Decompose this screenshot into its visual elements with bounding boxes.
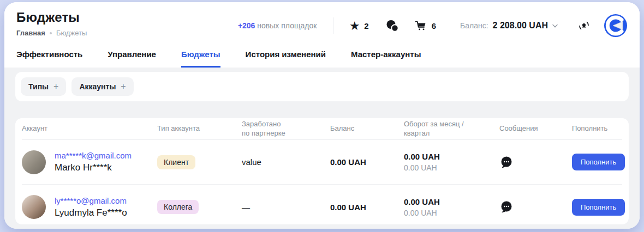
favorites-count: 2 — [364, 21, 368, 30]
plus-icon: + — [121, 82, 126, 91]
tab-master-accounts[interactable]: Мастер-аккаунты — [351, 50, 421, 68]
account-avatar-logo[interactable] — [604, 14, 628, 38]
turnover-month: 0.00 UAH — [404, 152, 499, 161]
earned-value: — — [242, 203, 330, 212]
account-email-link[interactable]: ly*****o@gmail.com — [55, 196, 127, 205]
speech-bubble-icon — [499, 200, 514, 214]
cart-icon — [415, 20, 427, 32]
app-window: Бюджеты Главная Бюджеты +206 новых площа… — [4, 2, 640, 229]
tab-budgets[interactable]: Бюджеты — [181, 50, 220, 68]
chat-bubbles-icon — [385, 19, 398, 32]
balance-value: 2 208.00 UAH — [493, 21, 548, 30]
accounts-table: Аккаунт Тип аккаунта Заработано по партн… — [15, 118, 629, 224]
filter-bar: Типы + Аккаунты + — [15, 72, 629, 101]
table-header-row: Аккаунт Тип аккаунта Заработано по партн… — [22, 118, 622, 140]
turnover-month: 0.00 UAH — [404, 197, 499, 206]
cart-count: 6 — [432, 21, 436, 30]
account-name: Marko Hr****k — [55, 162, 132, 173]
chevron-down-icon — [552, 24, 558, 28]
account-name: Lyudmyla Fe****o — [55, 207, 127, 218]
title-block: Бюджеты Главная Бюджеты — [16, 10, 87, 37]
avatar — [22, 195, 46, 219]
cart-button[interactable]: 6 — [415, 20, 436, 32]
filter-accounts-chip[interactable]: Аккаунты + — [71, 77, 133, 96]
new-sites-link[interactable]: +206 новых площадок — [238, 21, 317, 30]
messages-button[interactable] — [385, 19, 398, 32]
topup-button[interactable]: Пополнить — [572, 199, 625, 216]
table-row: ma*****k@gmail.com Marko Hr****k Клиент … — [22, 140, 622, 185]
breadcrumb-home-link[interactable]: Главная — [16, 29, 45, 37]
filter-accounts-label: Аккаунты — [79, 82, 116, 91]
notification-bell-icon — [577, 19, 591, 32]
favorites-button[interactable]: ★ 2 — [350, 21, 368, 31]
filter-types-chip[interactable]: Типы + — [21, 77, 66, 96]
new-sites-label: новых площадок — [257, 21, 317, 30]
page-title: Бюджеты — [16, 10, 87, 25]
content-area: Типы + Аккаунты + Аккаунт Тип аккаунта З… — [4, 68, 640, 229]
account-type-badge: Коллега — [157, 200, 199, 214]
header-divider — [333, 17, 333, 34]
tab-management[interactable]: Управление — [108, 50, 156, 68]
col-turnover: Оборот за месяц / квартал — [404, 120, 499, 138]
plus-icon: + — [53, 82, 58, 91]
notification-button[interactable] — [577, 19, 591, 32]
tab-effectiveness[interactable]: Эффективность — [16, 50, 82, 68]
filter-types-label: Типы — [28, 82, 49, 91]
balance-label: Баланс: — [460, 21, 488, 30]
balance-dropdown[interactable]: Баланс: 2 208.00 UAH — [460, 21, 558, 30]
turnover-quarter: 0.00 UAH — [404, 209, 499, 217]
table-row: ly*****o@gmail.com Lyudmyla Fe****o Колл… — [22, 185, 622, 224]
header-right: +206 новых площадок ★ 2 — [238, 13, 628, 38]
col-account-type: Тип аккаунта — [157, 124, 242, 133]
turnover-quarter: 0.00 UAH — [404, 163, 499, 172]
breadcrumb-separator — [50, 32, 52, 34]
col-messages: Сообщения — [499, 124, 565, 133]
new-sites-count: +206 — [238, 21, 255, 30]
breadcrumb: Главная Бюджеты — [16, 29, 87, 37]
message-button[interactable] — [499, 200, 565, 214]
star-icon: ★ — [350, 21, 359, 31]
message-button[interactable] — [499, 155, 565, 169]
account-email-link[interactable]: ma*****k@gmail.com — [55, 151, 132, 160]
col-topup: Пополнить — [565, 124, 622, 133]
tab-bar: Эффективность Управление Бюджеты История… — [16, 50, 628, 68]
col-account: Аккаунт — [22, 124, 157, 133]
header: Бюджеты Главная Бюджеты +206 новых площа… — [4, 2, 640, 68]
balance-cell: 0.00 UAH — [330, 157, 404, 167]
topup-button[interactable]: Пополнить — [572, 154, 625, 170]
breadcrumb-current: Бюджеты — [56, 29, 87, 37]
balance-cell: 0.00 UAH — [330, 203, 404, 212]
col-earned: Заработано по партнерке — [242, 120, 330, 138]
account-type-badge: Клиент — [157, 155, 195, 169]
earned-value: value — [242, 157, 330, 167]
tab-history[interactable]: История изменений — [246, 50, 326, 68]
col-balance: Баланс — [330, 124, 404, 133]
speech-bubble-icon — [499, 155, 514, 169]
brand-logo-icon — [604, 14, 628, 38]
avatar — [22, 150, 46, 174]
